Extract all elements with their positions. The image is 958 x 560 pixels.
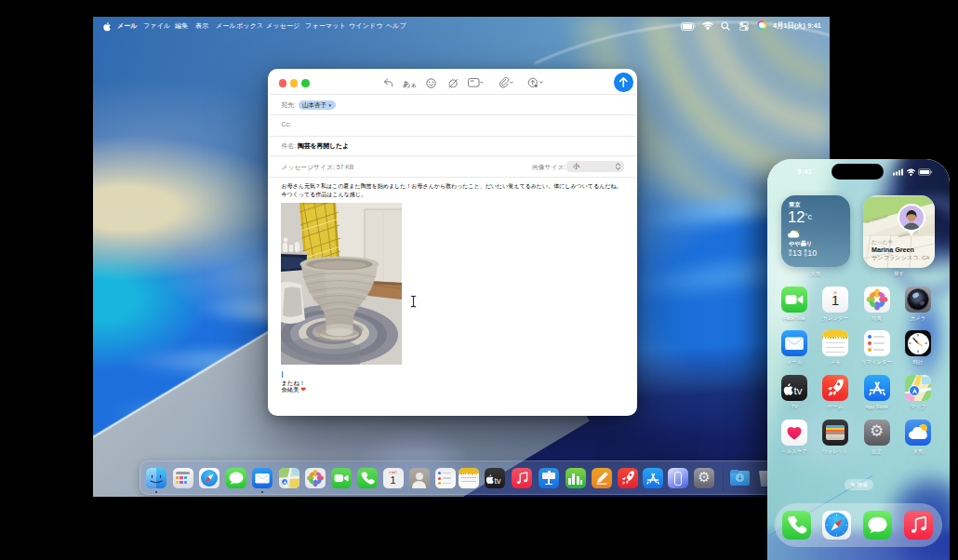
svg-text:tv: tv <box>794 385 803 396</box>
svg-text:tv: tv <box>495 476 502 486</box>
